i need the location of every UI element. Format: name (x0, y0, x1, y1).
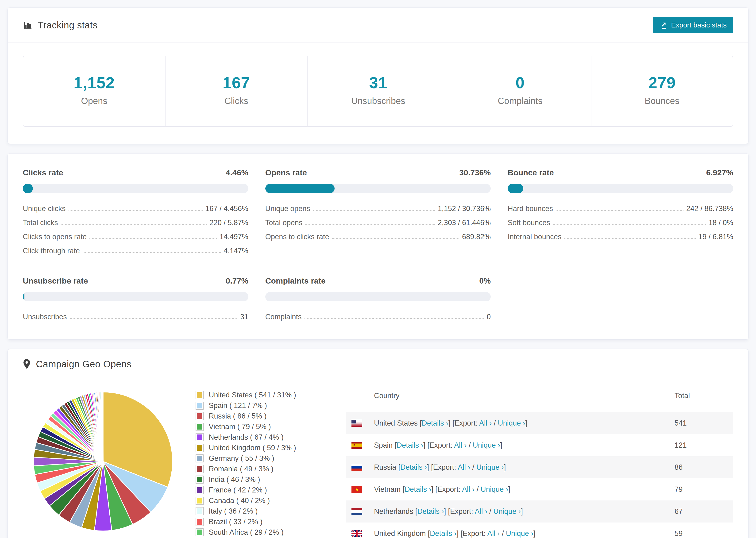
legend-swatch (195, 455, 203, 462)
country-cell: United States [Details ›] [Export: All ›… (374, 419, 675, 427)
stat-label: Clicks (168, 96, 304, 106)
legend-label: Canada ( 40 / 2% ) (209, 497, 270, 505)
geo-header: Campaign Geo Opens (8, 349, 748, 379)
export-unique-link[interactable]: Unique › (493, 507, 521, 515)
rate-detail-row: Unique clicks167 / 4.456% (23, 202, 248, 216)
country-cell: Vietnam [Details ›] [Export: All › / Uni… (374, 485, 675, 494)
slash: / (487, 507, 493, 515)
legend-swatch (195, 412, 203, 420)
detail-label: Hard bounces (508, 204, 553, 213)
details-link[interactable]: Details › (417, 507, 444, 515)
legend-item-it: Italy ( 36 / 2% ) (195, 506, 327, 516)
export-unique-link[interactable]: Unique › (476, 463, 504, 471)
legend-label: Netherlands ( 67 / 4% ) (209, 433, 284, 442)
export-all-link[interactable]: All › (454, 441, 466, 449)
stat-value: 1,152 (26, 74, 163, 92)
bracket: ] (521, 507, 523, 515)
details-link[interactable]: Details › (430, 529, 457, 538)
legend-label: Brazil ( 33 / 2% ) (209, 517, 262, 526)
legend-item-gb: United Kingdom ( 59 / 3% ) (195, 443, 327, 453)
detail-label: Clicks to opens rate (23, 233, 87, 241)
export-unique-link[interactable]: Unique › (498, 419, 525, 427)
legend-swatch (195, 423, 203, 431)
details-link[interactable]: Details › (400, 463, 427, 471)
bracket: [ (428, 529, 430, 538)
progress-bar (23, 292, 248, 301)
legend-swatch (195, 444, 203, 452)
detail-value: 0 (487, 313, 491, 321)
dotted-leader (61, 224, 207, 225)
rate-detail-row: Unsubscribes31 (23, 310, 248, 324)
detail-value: 14.497% (220, 233, 248, 241)
export-all-link[interactable]: All › (462, 485, 474, 493)
rate-block-unsubscribe-rate: Unsubscribe rate0.77%Unsubscribes31 (23, 276, 248, 324)
detail-value: 18 / 0% (709, 219, 733, 227)
rate-title: Unsubscribe rate (23, 276, 88, 286)
progress-bar (508, 184, 733, 193)
export-all-link[interactable]: All › (458, 463, 470, 471)
legend-label: France ( 42 / 2% ) (209, 486, 267, 494)
rate-block-bounce-rate: Bounce rate6.927%Hard bounces242 / 86.73… (508, 168, 733, 258)
detail-label: Unique clicks (23, 204, 66, 213)
country-cell: Spain [Details ›] [Export: All › / Uniqu… (374, 441, 675, 450)
country-name: Netherlands (374, 507, 415, 515)
detail-label: Click through rate (23, 247, 80, 255)
export-button-label: Export basic stats (671, 21, 727, 29)
details-link[interactable]: Details › (422, 419, 449, 427)
rate-detail-row: Total clicks220 / 5.87% (23, 216, 248, 230)
bracket: ] [Export: (423, 441, 454, 449)
detail-value: 4.147% (224, 247, 248, 255)
rate-value: 6.927% (706, 168, 733, 177)
table-header-row: Country Total (346, 379, 733, 412)
table-row-vn: Vietnam [Details ›] [Export: All › / Uni… (346, 478, 733, 501)
details-link[interactable]: Details › (397, 441, 423, 449)
slash: / (492, 419, 498, 427)
country-name: United States (374, 419, 420, 427)
rate-detail-row: Opens to clicks rate689.82% (265, 230, 491, 244)
tracking-stats-card: Tracking stats Export basic stats 1,152O… (8, 8, 748, 144)
rate-block-opens-rate: Opens rate30.736%Unique opens1,152 / 30.… (265, 168, 491, 258)
export-unique-link[interactable]: Unique › (506, 529, 533, 538)
legend-item-ru: Russia ( 86 / 5% ) (195, 411, 327, 421)
pie-slice-54 (103, 392, 103, 461)
slash: / (474, 485, 481, 493)
legend-label: Spain ( 121 / 7% ) (209, 402, 267, 410)
table-row-us: United States [Details ›] [Export: All ›… (346, 412, 733, 434)
legend-item-ro: Romania ( 49 / 3% ) (195, 463, 327, 474)
detail-value: 220 / 5.87% (209, 219, 248, 227)
legend-item-es: Spain ( 121 / 7% ) (195, 400, 327, 411)
export-all-link[interactable]: All › (479, 419, 492, 427)
legend-label: India ( 46 / 3% ) (209, 475, 260, 484)
detail-value: 1,152 / 30.736% (438, 204, 491, 213)
legend-item-de: Germany ( 55 / 3% ) (195, 453, 327, 463)
rate-title: Bounce rate (508, 168, 554, 177)
bracket: ] (508, 485, 510, 493)
export-basic-stats-button[interactable]: Export basic stats (653, 17, 733, 33)
bracket: [ (398, 463, 400, 471)
legend-item-vn: Vietnam ( 79 / 5% ) (195, 421, 327, 432)
bar-chart-icon (23, 20, 33, 30)
bracket: ] [Export: (431, 485, 462, 493)
legend-swatch (195, 507, 203, 515)
es-flag-icon (346, 442, 374, 449)
export-all-link[interactable]: All › (487, 529, 500, 538)
detail-label: Soft bounces (508, 219, 550, 227)
geo-pie-chart (30, 389, 176, 534)
legend-swatch (195, 528, 203, 536)
dotted-leader (313, 210, 435, 211)
detail-value: 167 / 4.456% (205, 204, 248, 213)
legend-item-za: South Africa ( 29 / 2% ) (195, 527, 327, 538)
total-cell: 59 (675, 529, 733, 538)
export-all-link[interactable]: All › (475, 507, 487, 515)
total-cell: 541 (675, 419, 733, 427)
stat-cell-clicks: 167Clicks (165, 56, 307, 126)
table-row-nl: Netherlands [Details ›] [Export: All › /… (346, 501, 733, 522)
export-unique-link[interactable]: Unique › (481, 485, 508, 493)
details-link[interactable]: Details › (405, 485, 431, 493)
country-name: Spain (374, 441, 395, 449)
export-unique-link[interactable]: Unique › (473, 441, 500, 449)
rate-block-complaints-rate: Complaints rate0%Complaints0 (265, 276, 491, 324)
rate-heading: Complaints rate0% (265, 276, 491, 286)
legend-label: Germany ( 55 / 3% ) (209, 454, 274, 463)
rate-value: 0% (479, 276, 491, 286)
